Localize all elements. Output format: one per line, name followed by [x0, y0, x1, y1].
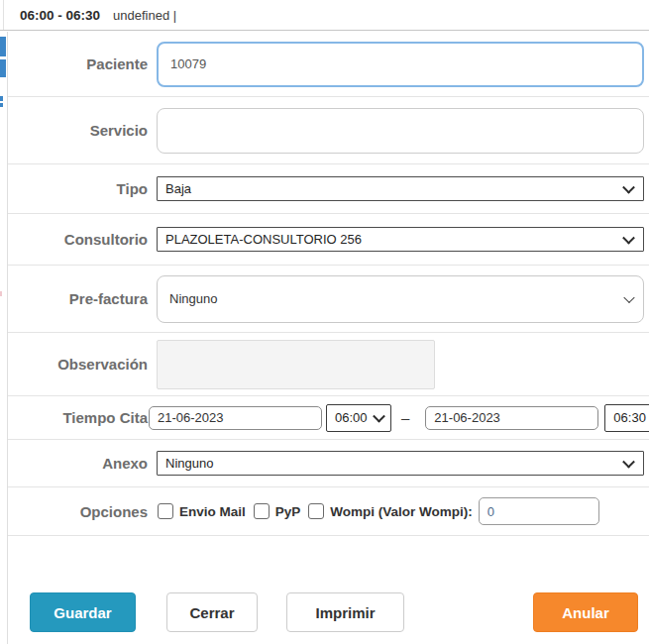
envio-mail-option: Envio Mail [158, 503, 246, 519]
pre-factura-label: Pre-factura [8, 290, 148, 307]
anexo-selected-value: Ninguno [165, 456, 213, 471]
start-time-select[interactable]: 06:00 [326, 404, 391, 432]
calendar-event-sliver [0, 96, 3, 101]
dialog-footer: Guardar Cerrar Imprimir Anular [8, 536, 649, 632]
paciente-input[interactable] [157, 42, 644, 87]
chevron-down-icon [622, 455, 635, 468]
pyp-checkbox[interactable] [254, 503, 270, 519]
row-pre-factura: Pre-factura Ninguno [8, 266, 649, 333]
row-anexo: Anexo Ninguno [8, 440, 649, 487]
calendar-event-sliver [0, 291, 2, 296]
row-tiempo-cita: Tiempo Cita 06:00 – 06:30 [8, 396, 649, 440]
consultorio-select[interactable]: PLAZOLETA-CONSULTORIO 256 [157, 227, 644, 252]
calendar-event-sliver [0, 103, 3, 107]
cerrar-button[interactable]: Cerrar [166, 592, 258, 632]
end-time-select[interactable]: 06:30 [604, 404, 649, 432]
calendar-event-sliver [0, 37, 6, 56]
header-subtitle: undefined | [113, 8, 176, 23]
consultorio-selected-value: PLAZOLETA-CONSULTORIO 256 [165, 232, 362, 247]
servicio-label: Servicio [8, 122, 148, 139]
pre-factura-select[interactable]: Ninguno [157, 275, 644, 323]
calendar-event-sliver [0, 59, 6, 77]
row-observacion: Observación [8, 333, 649, 396]
chevron-down-icon [623, 291, 634, 302]
end-time-value: 06:30 [613, 410, 646, 425]
imprimir-button[interactable]: Imprimir [286, 592, 404, 632]
servicio-input[interactable] [157, 108, 644, 154]
pyp-label: PyP [275, 504, 301, 519]
tipo-selected-value: Baja [165, 181, 191, 196]
dialog-header: 06:00 - 06:30 undefined | [0, 0, 649, 31]
anexo-select[interactable]: Ninguno [157, 451, 644, 476]
row-tipo: Tipo Baja [8, 164, 649, 214]
row-opciones: Opciones Envio Mail PyP Wompi (Valor Wom… [8, 487, 649, 536]
guardar-button[interactable]: Guardar [30, 592, 136, 632]
envio-mail-label: Envio Mail [179, 504, 246, 519]
calendar-grid-line [3, 0, 4, 30]
chevron-down-icon [622, 180, 635, 193]
row-servicio: Servicio [8, 97, 649, 164]
observacion-textarea[interactable] [157, 340, 435, 389]
pre-factura-selected-value: Ninguno [169, 291, 217, 306]
time-range-separator: – [401, 409, 409, 426]
envio-mail-checkbox[interactable] [158, 503, 173, 519]
observacion-label: Observación [8, 356, 148, 373]
wompi-value-input[interactable] [479, 497, 599, 525]
start-date-input[interactable] [149, 406, 322, 430]
opciones-label: Opciones [8, 503, 148, 520]
wompi-option: Wompi (Valor Wompi): [308, 503, 473, 519]
wompi-label: Wompi (Valor Wompi): [330, 504, 473, 519]
tipo-select[interactable]: Baja [157, 176, 644, 201]
appointment-dialog: Paciente Servicio Tipo Baja Consultorio … [7, 32, 649, 644]
consultorio-label: Consultorio [8, 231, 148, 248]
wompi-checkbox[interactable] [308, 503, 324, 519]
tipo-label: Tipo [8, 180, 148, 197]
chevron-down-icon [622, 231, 635, 244]
tiempo-cita-label: Tiempo Cita [8, 409, 148, 426]
start-time-value: 06:00 [335, 410, 368, 425]
row-consultorio: Consultorio PLAZOLETA-CONSULTORIO 256 [8, 214, 649, 266]
anexo-label: Anexo [8, 455, 148, 472]
row-paciente: Paciente [8, 32, 649, 97]
appointment-time-range: 06:00 - 06:30 [20, 8, 100, 23]
pyp-option: PyP [254, 503, 301, 519]
anular-button[interactable]: Anular [533, 592, 638, 632]
paciente-label: Paciente [8, 55, 148, 72]
chevron-down-icon [373, 409, 385, 422]
end-date-input[interactable] [425, 406, 598, 430]
